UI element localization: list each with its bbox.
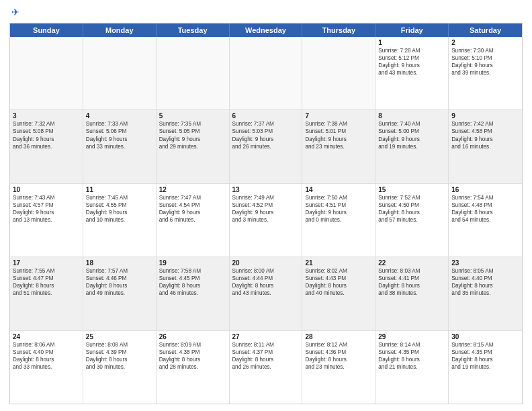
cal-cell: 16Sunrise: 7:54 AM Sunset: 4:48 PM Dayli… xyxy=(449,184,522,257)
day-number: 26 xyxy=(159,333,226,340)
cal-week-row: 3Sunrise: 7:32 AM Sunset: 5:08 PM Daylig… xyxy=(10,110,522,183)
cal-cell: 23Sunrise: 8:05 AM Sunset: 4:40 PM Dayli… xyxy=(449,257,522,330)
cell-daylight-info: Sunrise: 7:32 AM Sunset: 5:08 PM Dayligh… xyxy=(13,120,80,150)
day-number: 9 xyxy=(451,112,519,120)
day-number: 15 xyxy=(378,186,445,193)
cal-cell: 13Sunrise: 7:49 AM Sunset: 4:52 PM Dayli… xyxy=(230,184,303,257)
cell-daylight-info: Sunrise: 7:43 AM Sunset: 4:57 PM Dayligh… xyxy=(13,194,80,224)
cell-daylight-info: Sunrise: 7:50 AM Sunset: 4:51 PM Dayligh… xyxy=(305,194,372,224)
cal-cell: 25Sunrise: 8:08 AM Sunset: 4:39 PM Dayli… xyxy=(83,331,157,404)
day-number: 2 xyxy=(451,39,519,46)
day-number: 7 xyxy=(305,112,372,120)
cal-cell: 2Sunrise: 7:30 AM Sunset: 5:10 PM Daylig… xyxy=(449,37,522,109)
cell-daylight-info: Sunrise: 8:05 AM Sunset: 4:40 PM Dayligh… xyxy=(451,267,519,297)
cal-cell xyxy=(83,37,157,109)
cal-cell: 3Sunrise: 7:32 AM Sunset: 5:08 PM Daylig… xyxy=(10,110,83,183)
cell-daylight-info: Sunrise: 8:09 AM Sunset: 4:38 PM Dayligh… xyxy=(159,341,226,371)
cell-daylight-info: Sunrise: 8:11 AM Sunset: 4:37 PM Dayligh… xyxy=(232,341,300,371)
cell-daylight-info: Sunrise: 7:58 AM Sunset: 4:45 PM Dayligh… xyxy=(159,267,226,297)
cell-daylight-info: Sunrise: 7:28 AM Sunset: 5:12 PM Dayligh… xyxy=(378,47,445,77)
day-number: 11 xyxy=(86,186,153,193)
day-number: 20 xyxy=(232,259,300,267)
cal-header-cell: Friday xyxy=(375,24,449,37)
cal-cell: 20Sunrise: 8:00 AM Sunset: 4:44 PM Dayli… xyxy=(230,257,303,330)
day-number: 13 xyxy=(232,186,300,193)
day-number: 12 xyxy=(159,186,226,193)
cal-cell xyxy=(230,37,303,109)
day-number: 8 xyxy=(378,112,445,120)
cal-header-cell: Tuesday xyxy=(157,24,230,37)
cell-daylight-info: Sunrise: 7:30 AM Sunset: 5:10 PM Dayligh… xyxy=(451,47,519,77)
day-number: 19 xyxy=(159,259,226,267)
day-number: 14 xyxy=(305,186,372,193)
cal-cell: 15Sunrise: 7:52 AM Sunset: 4:50 PM Dayli… xyxy=(375,184,449,257)
cal-cell: 1Sunrise: 7:28 AM Sunset: 5:12 PM Daylig… xyxy=(375,37,449,109)
day-number: 29 xyxy=(378,333,445,340)
cell-daylight-info: Sunrise: 8:03 AM Sunset: 4:41 PM Dayligh… xyxy=(378,267,445,297)
cal-cell: 4Sunrise: 7:33 AM Sunset: 5:06 PM Daylig… xyxy=(83,110,157,183)
cal-cell: 6Sunrise: 7:37 AM Sunset: 5:03 PM Daylig… xyxy=(230,110,303,183)
cal-cell: 27Sunrise: 8:11 AM Sunset: 4:37 PM Dayli… xyxy=(230,331,303,404)
cal-cell xyxy=(157,37,230,109)
cell-daylight-info: Sunrise: 7:55 AM Sunset: 4:47 PM Dayligh… xyxy=(13,267,80,297)
day-number: 22 xyxy=(378,259,445,267)
cell-daylight-info: Sunrise: 7:33 AM Sunset: 5:06 PM Dayligh… xyxy=(86,120,153,150)
cal-week-row: 17Sunrise: 7:55 AM Sunset: 4:47 PM Dayli… xyxy=(10,257,522,330)
day-number: 4 xyxy=(86,112,153,120)
day-number: 3 xyxy=(13,112,80,120)
cell-daylight-info: Sunrise: 8:15 AM Sunset: 4:35 PM Dayligh… xyxy=(451,341,519,371)
cal-cell: 24Sunrise: 8:06 AM Sunset: 4:40 PM Dayli… xyxy=(10,331,83,404)
cal-header-cell: Sunday xyxy=(10,24,83,37)
logo-icon: ✈ xyxy=(9,7,21,19)
cell-daylight-info: Sunrise: 7:47 AM Sunset: 4:54 PM Dayligh… xyxy=(159,194,226,224)
cal-cell: 9Sunrise: 7:42 AM Sunset: 4:58 PM Daylig… xyxy=(449,110,522,183)
cell-daylight-info: Sunrise: 7:42 AM Sunset: 4:58 PM Dayligh… xyxy=(451,120,519,150)
cal-cell: 11Sunrise: 7:45 AM Sunset: 4:55 PM Dayli… xyxy=(83,184,157,257)
cal-cell: 7Sunrise: 7:38 AM Sunset: 5:01 PM Daylig… xyxy=(302,110,375,183)
day-number: 18 xyxy=(86,259,153,267)
cell-daylight-info: Sunrise: 8:08 AM Sunset: 4:39 PM Dayligh… xyxy=(86,341,153,371)
cal-header-cell: Thursday xyxy=(302,24,375,37)
day-number: 27 xyxy=(232,333,300,340)
cal-cell: 30Sunrise: 8:15 AM Sunset: 4:35 PM Dayli… xyxy=(449,331,522,404)
day-number: 10 xyxy=(13,186,80,193)
day-number: 28 xyxy=(305,333,372,340)
cal-cell: 8Sunrise: 7:40 AM Sunset: 5:00 PM Daylig… xyxy=(375,110,449,183)
cal-week-row: 1Sunrise: 7:28 AM Sunset: 5:12 PM Daylig… xyxy=(10,37,522,110)
cal-header-cell: Saturday xyxy=(449,24,522,37)
cell-daylight-info: Sunrise: 7:54 AM Sunset: 4:48 PM Dayligh… xyxy=(451,194,519,224)
cal-cell: 26Sunrise: 8:09 AM Sunset: 4:38 PM Dayli… xyxy=(157,331,230,404)
cal-cell: 14Sunrise: 7:50 AM Sunset: 4:51 PM Dayli… xyxy=(302,184,375,257)
day-number: 30 xyxy=(451,333,519,340)
cal-cell: 18Sunrise: 7:57 AM Sunset: 4:46 PM Dayli… xyxy=(83,257,157,330)
cal-week-row: 24Sunrise: 8:06 AM Sunset: 4:40 PM Dayli… xyxy=(10,331,522,404)
calendar: SundayMondayTuesdayWednesdayThursdayFrid… xyxy=(9,23,523,404)
cell-daylight-info: Sunrise: 8:12 AM Sunset: 4:36 PM Dayligh… xyxy=(305,341,372,371)
day-number: 25 xyxy=(86,333,153,340)
cell-daylight-info: Sunrise: 7:35 AM Sunset: 5:05 PM Dayligh… xyxy=(159,120,226,150)
cal-cell: 29Sunrise: 8:14 AM Sunset: 4:35 PM Dayli… xyxy=(375,331,449,404)
cal-header-cell: Wednesday xyxy=(230,24,303,37)
day-number: 17 xyxy=(13,259,80,267)
day-number: 6 xyxy=(232,112,300,120)
cell-daylight-info: Sunrise: 8:02 AM Sunset: 4:43 PM Dayligh… xyxy=(305,267,372,297)
cal-cell: 5Sunrise: 7:35 AM Sunset: 5:05 PM Daylig… xyxy=(157,110,230,183)
cell-daylight-info: Sunrise: 7:52 AM Sunset: 4:50 PM Dayligh… xyxy=(378,194,445,224)
cell-daylight-info: Sunrise: 8:00 AM Sunset: 4:44 PM Dayligh… xyxy=(232,267,300,297)
cal-cell: 19Sunrise: 7:58 AM Sunset: 4:45 PM Dayli… xyxy=(157,257,230,330)
cal-cell: 21Sunrise: 8:02 AM Sunset: 4:43 PM Dayli… xyxy=(302,257,375,330)
cell-daylight-info: Sunrise: 7:38 AM Sunset: 5:01 PM Dayligh… xyxy=(305,120,372,150)
day-number: 1 xyxy=(378,39,445,46)
header: ✈ xyxy=(9,7,523,19)
cal-cell: 12Sunrise: 7:47 AM Sunset: 4:54 PM Dayli… xyxy=(157,184,230,257)
cal-header-cell: Monday xyxy=(83,24,157,37)
cell-daylight-info: Sunrise: 7:40 AM Sunset: 5:00 PM Dayligh… xyxy=(378,120,445,150)
cell-daylight-info: Sunrise: 7:37 AM Sunset: 5:03 PM Dayligh… xyxy=(232,120,300,150)
cal-cell xyxy=(10,37,83,109)
cal-cell: 10Sunrise: 7:43 AM Sunset: 4:57 PM Dayli… xyxy=(10,184,83,257)
cal-week-row: 10Sunrise: 7:43 AM Sunset: 4:57 PM Dayli… xyxy=(10,184,522,257)
cell-daylight-info: Sunrise: 7:57 AM Sunset: 4:46 PM Dayligh… xyxy=(86,267,153,297)
cal-cell: 22Sunrise: 8:03 AM Sunset: 4:41 PM Dayli… xyxy=(375,257,449,330)
calendar-header: SundayMondayTuesdayWednesdayThursdayFrid… xyxy=(10,24,522,37)
cal-cell xyxy=(302,37,375,109)
